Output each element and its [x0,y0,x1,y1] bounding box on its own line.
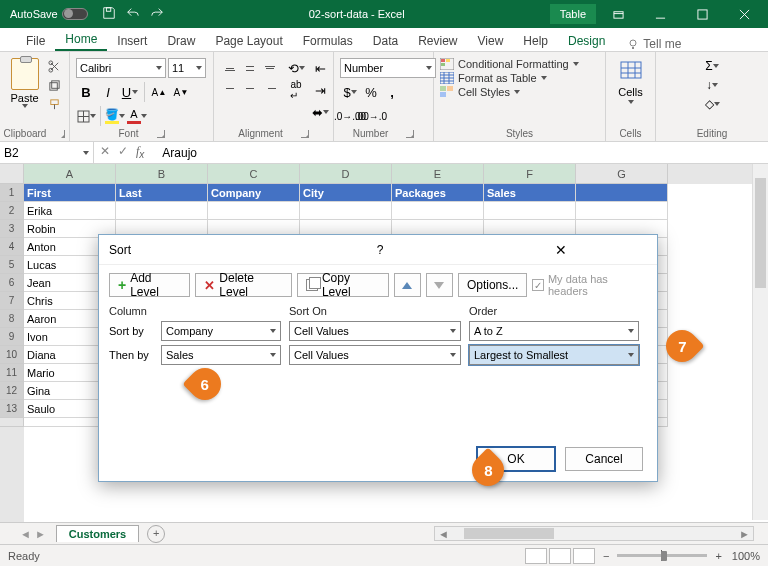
tab-home[interactable]: Home [55,28,107,51]
dialog-close-icon[interactable]: ✕ [470,242,651,258]
cell[interactable]: City [300,184,392,202]
zoom-out-icon[interactable]: − [603,550,609,562]
font-name-combo[interactable]: Calibri [76,58,166,78]
page-break-view-icon[interactable] [573,548,595,564]
fill-color-button[interactable]: 🪣 [105,106,125,126]
cell[interactable] [392,202,484,220]
close-icon[interactable] [724,0,764,28]
font-size-combo[interactable]: 11 [168,58,206,78]
options-button[interactable]: Options... [458,273,527,297]
tab-draw[interactable]: Draw [157,30,205,51]
contextual-tab[interactable]: Table [550,4,596,24]
paste-button[interactable]: Paste [6,58,43,108]
comma-format-icon[interactable]: , [382,82,402,102]
font-color-button[interactable]: A [127,106,147,126]
zoom-slider[interactable] [617,554,707,557]
tab-file[interactable]: File [16,30,55,51]
zoom-in-icon[interactable]: + [715,550,721,562]
maximize-icon[interactable] [682,0,722,28]
conditional-formatting-button[interactable]: Conditional Formatting [440,58,579,70]
enter-formula-icon[interactable]: ✓ [118,144,128,160]
decrease-font-icon[interactable]: A▼ [171,82,191,102]
tab-page-layout[interactable]: Page Layout [205,30,292,51]
add-level-button[interactable]: +Add Level [109,273,190,297]
ribbon-display-icon[interactable] [598,0,638,28]
row-header[interactable]: 8 [0,310,24,328]
col-header[interactable]: G [576,164,668,184]
tab-design[interactable]: Design [558,30,615,51]
expand-icon[interactable] [157,130,165,138]
fill-icon[interactable]: ↓ [703,77,721,93]
underline-button[interactable]: U [120,82,140,102]
col-header[interactable]: F [484,164,576,184]
cancel-formula-icon[interactable]: ✕ [100,144,110,160]
align-left-icon[interactable] [220,78,240,98]
save-icon[interactable] [102,6,116,22]
minimize-icon[interactable] [640,0,680,28]
row-header[interactable]: 6 [0,274,24,292]
italic-button[interactable]: I [98,82,118,102]
cell[interactable] [116,202,208,220]
select-all-corner[interactable] [0,164,24,184]
prev-sheet-icon[interactable]: ◄ [20,528,31,540]
align-bottom-icon[interactable] [260,58,280,78]
row-header[interactable]: 13 [0,400,24,418]
cell[interactable]: Packages [392,184,484,202]
accounting-format-icon[interactable]: $ [340,82,360,102]
borders-button[interactable] [76,106,96,126]
expand-icon[interactable] [301,130,309,138]
row-header[interactable]: 3 [0,220,24,238]
align-center-icon[interactable] [240,78,260,98]
cut-icon[interactable] [45,58,63,74]
row-header[interactable] [0,418,24,427]
cell[interactable]: Sales [484,184,576,202]
tab-review[interactable]: Review [408,30,467,51]
col-header[interactable]: D [300,164,392,184]
col-header[interactable]: B [116,164,208,184]
undo-icon[interactable] [126,6,140,22]
cell-styles-button[interactable]: Cell Styles [440,86,579,98]
formula-input[interactable]: Araujo [156,146,768,160]
copy-level-button[interactable]: Copy Level [297,273,388,297]
thenby-sorton-combo[interactable]: Cell Values [289,345,461,365]
tab-insert[interactable]: Insert [107,30,157,51]
cell[interactable] [208,202,300,220]
vertical-scrollbar[interactable] [752,164,768,520]
expand-icon[interactable] [64,130,65,138]
tab-formulas[interactable]: Formulas [293,30,363,51]
cell[interactable]: First [24,184,116,202]
align-middle-icon[interactable] [240,58,260,78]
cancel-button[interactable]: Cancel [565,447,643,471]
col-header[interactable]: E [392,164,484,184]
sortby-order-combo[interactable]: A to Z [469,321,639,341]
cell[interactable] [576,184,668,202]
wrap-text-icon[interactable]: ab↵ [286,80,306,100]
add-sheet-button[interactable]: + [147,525,165,543]
decrease-indent-icon[interactable]: ⇤ [310,58,330,78]
alignment-buttons[interactable] [220,58,280,98]
increase-font-icon[interactable]: A▲ [149,82,169,102]
bold-button[interactable]: B [76,82,96,102]
thenby-column-combo[interactable]: Sales [161,345,281,365]
tab-view[interactable]: View [468,30,514,51]
cell[interactable]: Last [116,184,208,202]
next-sheet-icon[interactable]: ► [35,528,46,540]
sheet-tab-customers[interactable]: Customers [56,525,139,542]
number-format-combo[interactable]: Number [340,58,436,78]
delete-level-button[interactable]: ✕Delete Level [195,273,292,297]
thenby-order-combo[interactable]: Largest to Smallest [469,345,639,365]
tab-data[interactable]: Data [363,30,408,51]
merge-center-button[interactable]: ⬌ [310,102,330,122]
sortby-column-combo[interactable]: Company [161,321,281,341]
align-right-icon[interactable] [260,78,280,98]
tab-help[interactable]: Help [513,30,558,51]
cell[interactable] [576,202,668,220]
format-as-table-button[interactable]: Format as Table [440,72,579,84]
copy-icon[interactable] [45,77,63,93]
cell[interactable] [300,202,392,220]
increase-indent-icon[interactable]: ⇥ [310,80,330,100]
redo-icon[interactable] [150,6,164,22]
autosum-icon[interactable]: Σ [703,58,721,74]
clear-icon[interactable]: ◇ [703,96,721,112]
row-header[interactable]: 2 [0,202,24,220]
